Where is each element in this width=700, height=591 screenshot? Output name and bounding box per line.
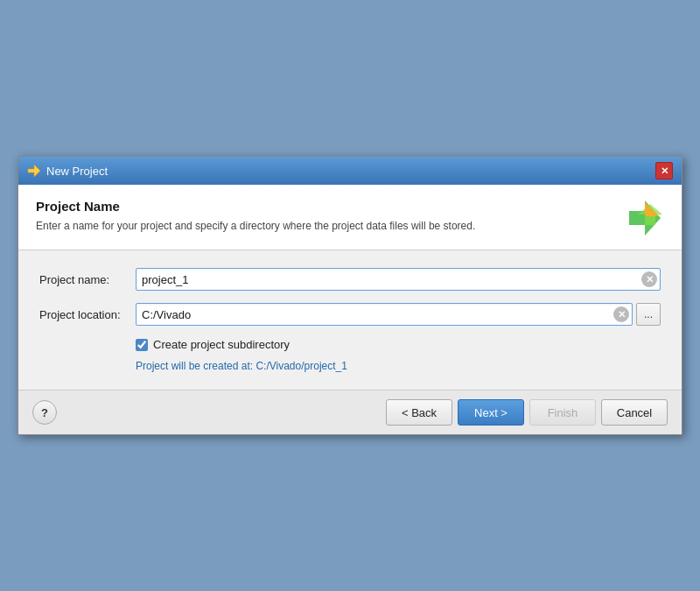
cancel-button[interactable]: Cancel bbox=[601, 399, 668, 426]
title-bar: New Project ✕ bbox=[18, 157, 682, 185]
project-location-input[interactable] bbox=[136, 303, 633, 326]
project-location-row: Project location: ✕ ... bbox=[39, 303, 661, 326]
svg-marker-0 bbox=[28, 165, 40, 177]
dialog-content: Project Name Enter a name for your proje… bbox=[18, 185, 682, 390]
header-description: Enter a name for your project and specif… bbox=[36, 219, 626, 234]
create-subdir-row: Create project subdirectory bbox=[136, 338, 661, 351]
nav-buttons: < Back Next > Finish Cancel bbox=[386, 399, 668, 426]
project-name-wrapper: ✕ bbox=[136, 268, 661, 291]
bottom-bar: ? < Back Next > Finish Cancel bbox=[18, 390, 682, 434]
header-title: Project Name bbox=[36, 199, 626, 214]
vivado-title-icon bbox=[27, 164, 41, 178]
create-subdir-label[interactable]: Create project subdirectory bbox=[153, 338, 290, 351]
project-path-prefix: Project will be created at: bbox=[136, 360, 256, 372]
header-text: Project Name Enter a name for your proje… bbox=[36, 199, 626, 234]
vivado-logo bbox=[626, 199, 664, 237]
help-button[interactable]: ? bbox=[32, 400, 57, 425]
next-button[interactable]: Next > bbox=[458, 399, 524, 426]
finish-button: Finish bbox=[529, 399, 596, 426]
project-location-wrapper: ✕ ... bbox=[136, 303, 661, 326]
back-button[interactable]: < Back bbox=[386, 399, 452, 426]
project-name-input[interactable] bbox=[136, 268, 661, 291]
project-name-clear-button[interactable]: ✕ bbox=[641, 271, 657, 287]
project-location-input-wrapper: ✕ bbox=[136, 303, 633, 326]
create-subdir-checkbox[interactable] bbox=[136, 339, 148, 351]
project-name-row: Project name: ✕ bbox=[39, 268, 661, 291]
dialog-window: New Project ✕ Project Name Enter a name … bbox=[18, 156, 682, 435]
project-location-clear-button[interactable]: ✕ bbox=[613, 306, 629, 322]
project-name-label: Project name: bbox=[39, 273, 136, 286]
project-location-label: Project location: bbox=[39, 308, 136, 321]
project-path-info: Project will be created at: C:/Vivado/pr… bbox=[136, 360, 661, 372]
header-section: Project Name Enter a name for your proje… bbox=[18, 185, 682, 250]
form-section: Project name: ✕ Project location: ✕ ... bbox=[18, 250, 682, 390]
project-path-value: C:/Vivado/project_1 bbox=[256, 360, 347, 372]
close-button[interactable]: ✕ bbox=[655, 162, 673, 179]
window-title: New Project bbox=[46, 165, 108, 178]
title-bar-left: New Project bbox=[27, 164, 108, 178]
browse-button[interactable]: ... bbox=[636, 303, 661, 326]
